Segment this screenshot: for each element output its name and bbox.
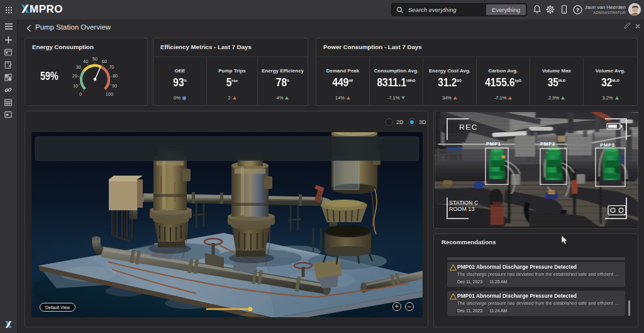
svg-text:10: 10 <box>73 83 78 89</box>
svg-text:ROOM 13: ROOM 13 <box>449 206 474 212</box>
svg-text:40: 40 <box>83 59 88 64</box>
svg-text:30: 30 <box>76 64 81 70</box>
svg-text:50: 50 <box>92 56 97 62</box>
svg-text:?: ? <box>576 7 580 13</box>
svg-text:STATION C: STATION C <box>449 200 479 206</box>
svg-text:20: 20 <box>72 73 77 79</box>
svg-text:70: 70 <box>109 64 114 70</box>
svg-text:80: 80 <box>113 73 118 79</box>
svg-text:PMP1: PMP1 <box>486 141 501 147</box>
svg-text:100: 100 <box>106 91 114 97</box>
svg-text:60: 60 <box>102 59 107 64</box>
svg-text:PMP3: PMP3 <box>600 142 615 148</box>
svg-text:90: 90 <box>112 83 117 89</box>
svg-text:PMP2: PMP2 <box>540 141 555 147</box>
svg-text:REC: REC <box>459 123 478 132</box>
svg-text:0: 0 <box>79 91 82 97</box>
